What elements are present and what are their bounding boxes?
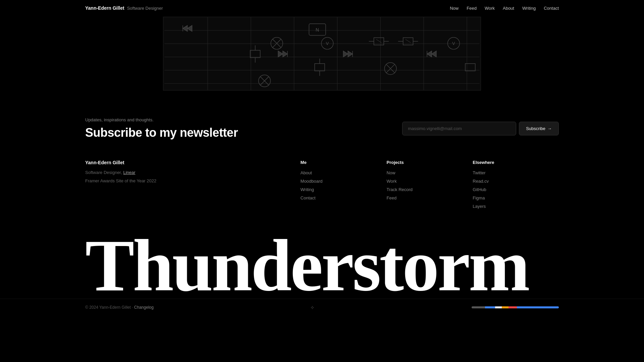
footer-link-figma[interactable]: Figma xyxy=(473,195,559,200)
svg-rect-46 xyxy=(250,50,260,58)
circuit-container: N N V V xyxy=(163,17,481,90)
footer-links: Yann-Edern Gillet Software Designer, Lin… xyxy=(0,160,644,232)
svg-line-45 xyxy=(406,39,411,43)
footer-link-twitter[interactable]: Twitter xyxy=(473,170,559,175)
separator: · xyxy=(132,305,134,310)
color-bar xyxy=(472,306,559,308)
footer-col-projects-title: Projects xyxy=(387,160,473,165)
svg-marker-59 xyxy=(343,51,348,57)
nav-links: Now Feed Work About Writing Contact xyxy=(450,6,559,11)
svg-marker-61 xyxy=(427,51,432,57)
nav-brand: Yann-Edern Gillet Software Designer xyxy=(85,5,163,11)
nav-link-about[interactable]: About xyxy=(503,6,514,11)
nav-link-feed[interactable]: Feed xyxy=(467,6,477,11)
svg-marker-62 xyxy=(432,51,436,57)
color-seg-4 xyxy=(502,306,508,308)
big-text: Thunderstorm xyxy=(85,232,559,299)
footer-award: Framer Awards Site of the Year 2022 xyxy=(85,178,301,185)
footer-link-moodboard[interactable]: Moodboard xyxy=(301,179,387,184)
svg-rect-38 xyxy=(374,38,384,45)
footer-link-readcv[interactable]: Read.cv xyxy=(473,179,559,184)
svg-text:N: N xyxy=(316,27,319,33)
footer-link-about[interactable]: About xyxy=(301,170,387,175)
color-seg-2 xyxy=(485,306,495,308)
color-seg-1 xyxy=(472,306,485,308)
svg-line-41 xyxy=(376,39,382,43)
footer-col-elsewhere: Elsewhere Twitter Read.cv GitHub Figma L… xyxy=(473,160,559,212)
newsletter-form: Subscribe → xyxy=(402,122,559,135)
bottom-bar: © 2024 Yann-Edern Gillet · Changelog ⟡ xyxy=(0,299,644,316)
svg-marker-58 xyxy=(348,51,353,57)
footer-col-me: Me About Moodboard Writing Contact xyxy=(301,160,387,212)
svg-rect-42 xyxy=(403,38,413,45)
footer-brand: Yann-Edern Gillet Software Designer, Lin… xyxy=(85,160,301,212)
footer-link-writing[interactable]: Writing xyxy=(301,187,387,192)
changelog-link[interactable]: Changelog xyxy=(134,305,154,310)
nav-link-work[interactable]: Work xyxy=(485,6,495,11)
svg-marker-55 xyxy=(283,51,287,57)
footer-brand-name: Yann-Edern Gillet xyxy=(85,160,301,165)
nav-link-writing[interactable]: Writing xyxy=(522,6,536,11)
copyright-text: © 2024 Yann-Edern Gillet xyxy=(85,305,131,310)
circuit-area: N N V V xyxy=(0,17,644,90)
circuit-svg: N N V V xyxy=(163,17,481,90)
subscribe-button[interactable]: Subscribe → xyxy=(519,122,559,135)
color-seg-3 xyxy=(495,306,502,308)
color-seg-6 xyxy=(517,306,559,308)
footer-col-projects: Projects Now Work Track Record Feed xyxy=(387,160,473,212)
footer-link-work[interactable]: Work xyxy=(387,179,473,184)
brand-role: Software Designer xyxy=(127,6,163,11)
footer-desc-link[interactable]: Linear xyxy=(123,170,135,175)
svg-text:V: V xyxy=(326,41,329,46)
footer-brand-desc: Software Designer, Linear xyxy=(85,169,301,176)
footer-link-feed[interactable]: Feed xyxy=(387,195,473,200)
color-seg-5 xyxy=(508,306,517,308)
footer-link-now[interactable]: Now xyxy=(387,170,473,175)
subscribe-arrow: → xyxy=(547,126,552,131)
framer-icon: ⟡ xyxy=(311,304,314,310)
newsletter-left: Updates, inspirations and thoughts. Subs… xyxy=(85,117,238,140)
copyright: © 2024 Yann-Edern Gillet · Changelog xyxy=(85,305,154,310)
nav-link-contact[interactable]: Contact xyxy=(544,6,559,11)
email-input[interactable] xyxy=(402,122,516,135)
navbar: Yann-Edern Gillet Software Designer Now … xyxy=(0,0,644,16)
newsletter-tagline: Updates, inspirations and thoughts. xyxy=(85,117,238,122)
footer-desc-prefix: Software Designer, xyxy=(85,170,123,175)
svg-marker-56 xyxy=(278,51,283,57)
nav-link-now[interactable]: Now xyxy=(450,6,459,11)
subscribe-label: Subscribe xyxy=(526,126,545,131)
footer-col-me-title: Me xyxy=(301,160,387,165)
footer-link-github[interactable]: GitHub xyxy=(473,187,559,192)
brand-name[interactable]: Yann-Edern Gillet xyxy=(85,5,124,11)
footer-link-layers[interactable]: Layers xyxy=(473,204,559,209)
newsletter-section: Updates, inspirations and thoughts. Subs… xyxy=(0,90,644,160)
footer-link-contact[interactable]: Contact xyxy=(301,195,387,200)
big-text-section: Thunderstorm xyxy=(0,232,644,299)
footer-link-track-record[interactable]: Track Record xyxy=(387,187,473,192)
newsletter-title: Subscribe to my newsletter xyxy=(85,126,238,140)
svg-text:V: V xyxy=(452,41,455,46)
footer-col-elsewhere-title: Elsewhere xyxy=(473,160,559,165)
svg-rect-49 xyxy=(315,64,325,71)
